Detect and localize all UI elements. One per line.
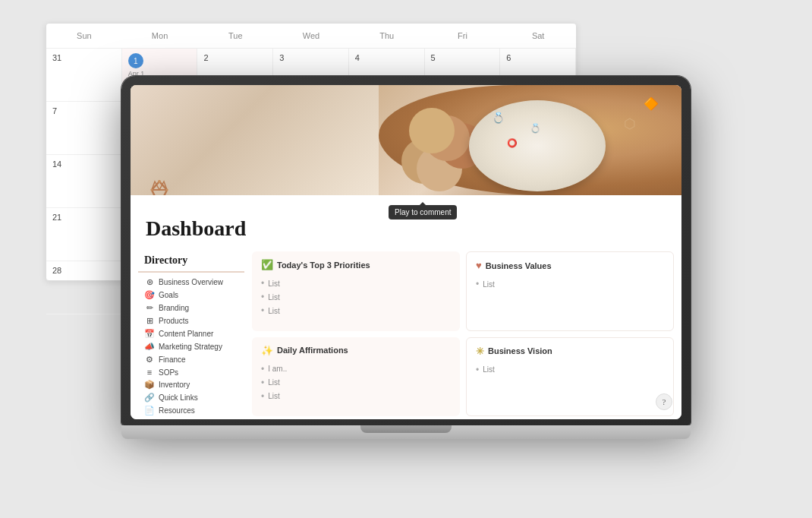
marketing-icon: 📣 [144,342,155,352]
list-item: List [476,363,664,377]
business-vision-panel: ✳ Business Vision List [466,337,674,417]
quick-links-icon: 🔗 [144,393,155,403]
dashboard-title: Dashboard [146,216,666,241]
svg-point-6 [166,189,168,191]
calendar-day-mon: Mon [122,24,198,48]
sidebar-item-label: Finance [159,355,186,364]
daily-affirmations-list: I am.. List List [261,362,451,403]
svg-point-4 [158,180,161,183]
notion-app: 💍 💍 ⭕ 🔶 ⬡ [131,85,681,419]
list-item: List [476,277,664,291]
laptop-screen: 💍 💍 ⭕ 🔶 ⬡ [131,85,681,419]
top-priorities-list: List List List [261,276,451,317]
directory-title: Directory [138,251,244,273]
sidebar-item-label: Content Planner [159,330,213,338]
daily-affirmations-panel: ✨ Daily Affirmations I am.. List List [252,337,460,417]
play-to-comment-tooltip: Play to comment [389,205,457,220]
checkmark-icon: ✅ [261,259,273,270]
sidebar-item-business-overview[interactable]: ⊛ Business Overview [138,276,244,289]
business-overview-icon: ⊛ [144,277,155,287]
content-planner-icon: 📅 [144,329,155,339]
sidebar-item-label: Quick Links [159,393,198,402]
sidebar-item-inventory[interactable]: 📦 Inventory [138,378,244,391]
business-vision-list: List [476,363,664,377]
calendar-cell: 14 [46,155,122,208]
resources-icon: 📄 [144,406,155,415]
list-item: List [261,304,451,317]
sidebar-item-label: Business Overview [159,278,223,286]
sidebar-item-branding[interactable]: ✏ Branding [138,302,244,314]
sidebar-item-label: Resources [159,406,195,415]
business-vision-label: Business Vision [488,346,552,355]
business-values-panel: ♥ Business Values List [466,251,674,331]
sidebar-item-resources[interactable]: 📄 Resources [138,404,244,417]
list-item: List [261,376,451,390]
content-body: Directory ⊛ Business Overview 🎯 Goals ✏ … [131,248,681,419]
top-priorities-label: Today's Top 3 Priorities [277,261,370,270]
laptop-frame: 💍 💍 ⭕ 🔶 ⬡ [121,76,691,456]
dashboard-title-area: Dashboard [131,195,681,248]
top-priorities-panel: ✅ Today's Top 3 Priorities List List Lis… [252,251,460,331]
sidebar-item-quick-links[interactable]: 🔗 Quick Links [138,391,244,404]
directory-panel: Directory ⊛ Business Overview 🎯 Goals ✏ … [138,248,244,419]
list-item: List [261,276,451,290]
list-item: List [261,290,451,304]
sidebar-item-goals[interactable]: 🎯 Goals [138,289,244,302]
top-priorities-title: ✅ Today's Top 3 Priorities [261,259,451,270]
goals-icon: 🎯 [144,290,155,300]
business-values-label: Business Values [486,261,552,270]
star-icon: ✳ [476,346,484,357]
daily-affirmations-label: Daily Affirmations [277,346,348,355]
sidebar-item-label: Goals [159,291,178,299]
calendar-day-sun: Sun [46,24,122,48]
sidebar-item-finance[interactable]: ⚙ Finance [138,353,244,366]
calendar-day-sat: Sat [500,24,576,48]
sidebar-item-sops[interactable]: ≡ SOPs [138,366,244,378]
daily-affirmations-title: ✨ Daily Affirmations [261,345,451,356]
calendar-cell: 21 [46,208,122,261]
sops-icon: ≡ [144,368,155,377]
calendar-day-tue: Tue [197,24,273,48]
calendar-header: Sun Mon Tue Wed Thu Fri Sat [46,24,576,49]
sidebar-item-marketing-strategy[interactable]: 📣 Marketing Strategy [138,340,244,353]
products-icon: ⊞ [144,316,155,326]
laptop-base [121,425,691,439]
svg-point-5 [151,189,153,191]
calendar-day-thu: Thu [349,24,425,48]
laptop-notch [360,425,452,433]
calendar-day-fri: Fri [425,24,501,48]
business-values-title: ♥ Business Values [476,260,664,271]
calendar-cell: 31 [46,49,122,102]
sidebar-item-label: Marketing Strategy [159,343,222,351]
sparkle-icon: ✨ [261,345,273,356]
calendar-cell: 7 [46,102,122,155]
sidebar-item-label: Branding [159,304,189,312]
sidebar-item-products[interactable]: ⊞ Products [138,314,244,327]
diamond-icon [144,178,175,195]
calendar-cell: 28 [46,261,122,314]
business-values-list: List [476,277,664,291]
business-vision-title: ✳ Business Vision [476,346,664,357]
sidebar-item-content-planner[interactable]: 📅 Content Planner [138,327,244,340]
help-button[interactable]: ? [656,393,672,410]
calendar-day-wed: Wed [273,24,349,48]
laptop-screen-border: 💍 💍 ⭕ 🔶 ⬡ [121,76,691,425]
sidebar-item-label: Products [159,317,188,325]
hero-banner: 💍 💍 ⭕ 🔶 ⬡ [131,85,681,195]
branding-icon: ✏ [144,303,155,313]
list-item: I am.. [261,362,451,376]
heart-icon: ♥ [476,260,482,271]
sidebar-item-label: Inventory [159,381,190,389]
finance-icon: ⚙ [144,355,155,365]
list-item: List [261,390,451,403]
main-panels-grid: ✅ Today's Top 3 Priorities List List Lis… [252,248,674,419]
sidebar-item-label: SOPs [159,368,178,377]
inventory-icon: 📦 [144,380,155,390]
hero-plate: 💍 💍 ⭕ [469,100,606,191]
